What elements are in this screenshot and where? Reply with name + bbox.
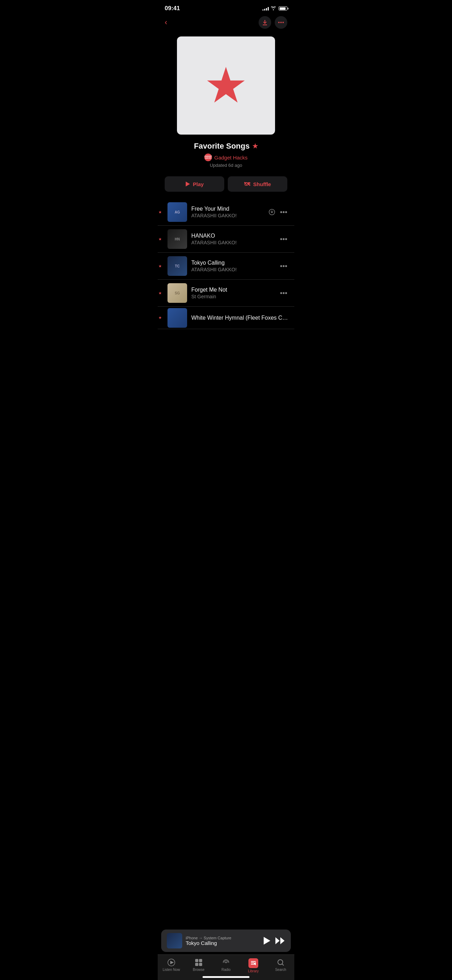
play-icon (185, 181, 190, 186)
artwork-container: ★ (158, 33, 294, 142)
action-buttons: Play Shuffle (158, 173, 294, 199)
updated-text: Updated 6d ago (165, 162, 287, 168)
song-info: White Winter Hymnal (Fleet Foxes Cover) (191, 315, 289, 321)
svg-point-2 (282, 22, 284, 23)
song-star-icon: ★ (158, 291, 162, 296)
song-thumbnail: AG (167, 202, 187, 222)
download-song-icon[interactable] (269, 209, 275, 215)
song-thumbnail (167, 308, 187, 328)
song-thumbnail: HN (167, 229, 187, 249)
song-actions: ••• (279, 288, 289, 299)
song-info: Forget Me Not St Germain (191, 287, 276, 299)
more-button[interactable] (275, 16, 287, 29)
song-artist: ATARASHII GAKKO! (191, 267, 276, 272)
shuffle-button[interactable]: Shuffle (228, 176, 287, 192)
list-item[interactable]: ★ SG Forget Me Not St Germain ••• (158, 280, 294, 307)
play-button[interactable]: Play (165, 176, 224, 192)
more-song-button[interactable]: ••• (279, 207, 289, 218)
playlist-author[interactable]: GADGETHACKS Gadget Hacks (165, 154, 287, 161)
nav-bar: ‹ (158, 15, 294, 33)
battery-icon (279, 6, 287, 11)
song-title: Forget Me Not (191, 287, 276, 293)
author-name: Gadget Hacks (214, 154, 247, 161)
list-item[interactable]: ★ TC Tokyo Calling ATARASHII GAKKO! ••• (158, 253, 294, 280)
wifi-icon (271, 6, 277, 11)
song-star-icon: ★ (158, 237, 162, 242)
status-time: 09:41 (165, 5, 180, 12)
list-item[interactable]: ★ HN HANAKO ATARASHII GAKKO! ••• (158, 226, 294, 253)
playlist-artwork: ★ (177, 37, 275, 135)
status-bar: 09:41 (158, 0, 294, 15)
song-title: White Winter Hymnal (Fleet Foxes Cover) (191, 315, 289, 321)
song-actions: ••• (279, 234, 289, 245)
download-button[interactable] (259, 16, 271, 29)
more-song-button[interactable]: ••• (279, 288, 289, 299)
title-star-icon: ★ (252, 142, 258, 150)
signal-icon (263, 6, 269, 11)
song-star-icon: ★ (158, 315, 162, 320)
song-title: Tokyo Calling (191, 260, 276, 266)
list-item[interactable]: ★ AG Free Your Mind ATARASHII GAKKO! ••• (158, 199, 294, 226)
song-list: ★ AG Free Your Mind ATARASHII GAKKO! •••… (158, 199, 294, 357)
more-song-button[interactable]: ••• (279, 261, 289, 272)
song-actions: ••• (269, 207, 289, 218)
svg-point-1 (280, 22, 282, 23)
song-artist: ATARASHII GAKKO! (191, 240, 276, 245)
song-info: HANAKO ATARASHII GAKKO! (191, 233, 276, 245)
song-artist: St Germain (191, 294, 276, 299)
download-icon (262, 20, 268, 25)
playlist-title: Favorite Songs ★ (165, 142, 287, 151)
song-star-icon: ★ (158, 264, 162, 269)
song-info: Free Your Mind ATARASHII GAKKO! (191, 206, 266, 218)
artwork-star-icon: ★ (204, 61, 248, 110)
svg-marker-3 (186, 181, 190, 186)
ellipsis-icon (278, 22, 284, 23)
playlist-info: Favorite Songs ★ GADGETHACKS Gadget Hack… (158, 142, 294, 173)
back-button[interactable]: ‹ (165, 18, 167, 27)
svg-point-0 (278, 22, 280, 23)
nav-actions (259, 16, 287, 29)
shuffle-icon (244, 181, 250, 186)
song-thumbnail: SG (167, 283, 187, 303)
song-title: HANAKO (191, 233, 276, 239)
list-item[interactable]: ★ White Winter Hymnal (Fleet Foxes Cover… (158, 307, 294, 329)
song-info: Tokyo Calling ATARASHII GAKKO! (191, 260, 276, 272)
song-title: Free Your Mind (191, 206, 266, 212)
song-thumbnail: TC (167, 256, 187, 276)
more-song-button[interactable]: ••• (279, 234, 289, 245)
song-star-icon: ★ (158, 210, 162, 215)
song-actions: ••• (279, 261, 289, 272)
author-avatar: GADGETHACKS (204, 154, 212, 161)
status-icons (263, 6, 287, 11)
song-artist: ATARASHII GAKKO! (191, 213, 266, 218)
